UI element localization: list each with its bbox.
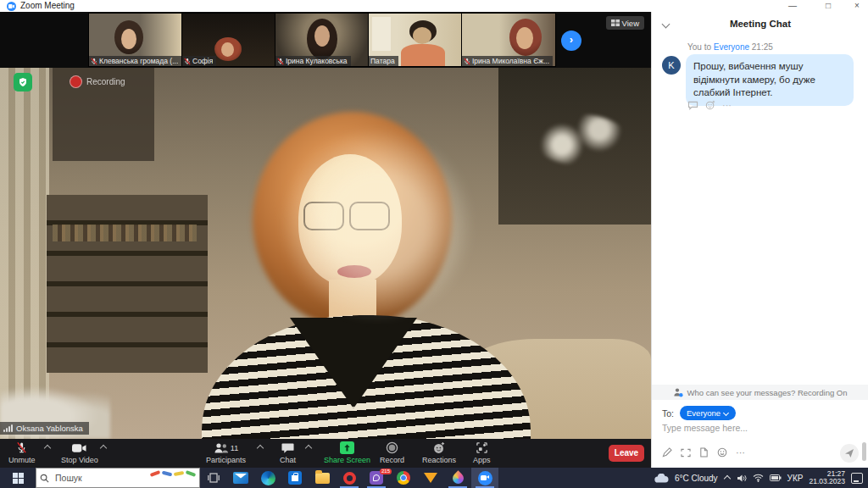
system-tray: 6°C Cloudy УКР 21:27 21.03.2023	[654, 470, 868, 486]
tray-expand-chevron[interactable]	[724, 474, 731, 481]
stop-video-button[interactable]: Stop Video	[61, 441, 98, 464]
emoji-reaction-icon[interactable]	[705, 100, 715, 110]
recipient-dropdown[interactable]: Everyone	[680, 406, 736, 420]
send-plane-icon	[844, 448, 854, 458]
scene-books	[53, 225, 197, 241]
message-meta: You to Everyone 21:25	[687, 42, 773, 52]
participant-body	[401, 44, 445, 66]
taskbar-item-zoom[interactable]	[471, 468, 498, 488]
close-button[interactable]: ×	[851, 0, 863, 11]
taskbar-search[interactable]	[36, 468, 200, 488]
screenshot-icon[interactable]	[681, 448, 691, 458]
participants-icon: 11	[214, 441, 238, 455]
chrome-icon	[397, 471, 410, 485]
notification-center-icon[interactable]	[851, 473, 863, 484]
emoji-icon[interactable]	[717, 447, 727, 458]
mail-icon	[233, 472, 248, 484]
taskbar-item-paint-app[interactable]	[444, 468, 471, 488]
participant-thumbnail[interactable]: Софія	[182, 14, 275, 66]
file-explorer-icon	[315, 473, 330, 484]
taskbar-item-opera[interactable]	[336, 468, 363, 488]
share-screen-button[interactable]: Share Screen	[324, 441, 370, 464]
message-time: 21:25	[752, 42, 773, 52]
language-indicator[interactable]: УКР	[787, 474, 804, 483]
recording-dot-icon	[70, 75, 82, 88]
recording-indicator[interactable]: Recording	[70, 75, 125, 88]
apps-button[interactable]: Apps	[473, 441, 491, 464]
taskbar-item-w-app[interactable]	[417, 468, 444, 488]
main-speaker-video: Recording Oksana Yablonska	[0, 68, 651, 439]
security-shield-icon[interactable]	[14, 73, 32, 92]
minimize-button[interactable]: —	[787, 0, 798, 11]
light-glow	[280, 127, 475, 322]
participant-face	[516, 27, 533, 49]
weather-text[interactable]: 6°C Cloudy	[675, 474, 718, 483]
zoom-app-icon	[7, 2, 16, 11]
color-drop-icon	[450, 470, 465, 485]
record-icon	[386, 441, 398, 455]
participant-name-label: Ірина Кулаковська	[275, 56, 351, 66]
reply-icon[interactable]	[687, 101, 698, 110]
chat-panel-title: Meeting Chat	[652, 19, 868, 29]
scene-bookshelf	[47, 195, 208, 373]
task-view-button[interactable]	[200, 468, 227, 488]
participant-thumbnail[interactable]: Ірина Кулаковська	[275, 14, 369, 66]
view-button[interactable]: View	[606, 16, 644, 30]
edge-icon	[261, 471, 275, 485]
compose-more-icon[interactable]: ···	[736, 447, 745, 458]
participants-button[interactable]: 11 Participants	[206, 441, 246, 464]
muted-mic-icon	[184, 58, 191, 65]
speaker-icon[interactable]	[737, 474, 747, 483]
send-to-row: To: Everyone	[662, 406, 736, 420]
start-button[interactable]	[0, 468, 36, 488]
format-pen-icon[interactable]	[662, 447, 672, 458]
unmute-button[interactable]: Unmute	[8, 441, 36, 464]
windows-taskbar: 215 6°C Cloudy УКР 21:27 21.03.2023	[0, 468, 868, 488]
taskbar-item-viber[interactable]: 215	[363, 468, 390, 488]
wifi-icon[interactable]	[753, 474, 764, 482]
participants-options-chevron[interactable]	[257, 444, 263, 450]
maximize-button[interactable]: □	[822, 0, 834, 11]
reactions-smiley-icon	[432, 441, 446, 455]
apps-grid-icon	[476, 441, 488, 455]
send-button[interactable]	[840, 444, 859, 463]
chat-scrollbar[interactable]	[862, 442, 866, 461]
participant-thumbnail[interactable]: Патара	[369, 14, 462, 66]
clock-date: 21.03.2023	[809, 478, 845, 485]
reactions-button[interactable]: Reactions	[422, 441, 456, 464]
search-input[interactable]	[53, 472, 150, 484]
participant-thumbnail[interactable]: Ірина Миколаївна Єж...	[462, 14, 555, 66]
battery-icon[interactable]	[770, 474, 782, 481]
microsoft-store-icon	[288, 471, 302, 485]
participant-strip: Клеванська громада (... Софія Ірина Ку	[0, 12, 651, 68]
chat-button[interactable]: Chat	[280, 441, 296, 464]
chat-bubble-icon	[281, 441, 294, 455]
share-screen-icon	[340, 441, 354, 454]
search-icon	[40, 474, 49, 483]
participant-thumbnail[interactable]: Клеванська громада (...	[89, 14, 182, 66]
next-participants-button[interactable]: ›	[561, 30, 581, 51]
taskbar-clock[interactable]: 21:27 21.03.2023	[809, 470, 845, 486]
unmute-options-chevron[interactable]	[44, 444, 50, 450]
chat-options-chevron[interactable]	[305, 444, 311, 450]
participants-count: 11	[231, 444, 238, 452]
muted-mic-icon	[91, 58, 97, 65]
taskbar-item-explorer[interactable]	[309, 468, 336, 488]
record-button[interactable]: Record	[380, 441, 404, 464]
message-recipient-link[interactable]: Everyone	[714, 42, 749, 52]
participant-name-label: Софія	[182, 56, 216, 66]
avatar: K	[662, 56, 681, 75]
leave-button[interactable]: Leave	[609, 445, 644, 462]
file-icon[interactable]	[699, 447, 709, 458]
speaker-name-tag: Oksana Yablonska	[0, 422, 89, 435]
chat-message-input[interactable]	[660, 422, 859, 434]
video-options-chevron[interactable]	[100, 444, 106, 450]
compose-toolbar: ···	[662, 447, 745, 458]
taskbar-item-store[interactable]	[281, 468, 309, 488]
more-actions-icon[interactable]: ···	[722, 100, 732, 110]
taskbar-item-chrome[interactable]	[390, 468, 417, 488]
taskbar-item-edge[interactable]	[254, 468, 281, 488]
taskbar-item-mail[interactable]	[227, 468, 254, 488]
participant-face	[121, 29, 136, 49]
chevron-down-icon	[724, 411, 729, 416]
